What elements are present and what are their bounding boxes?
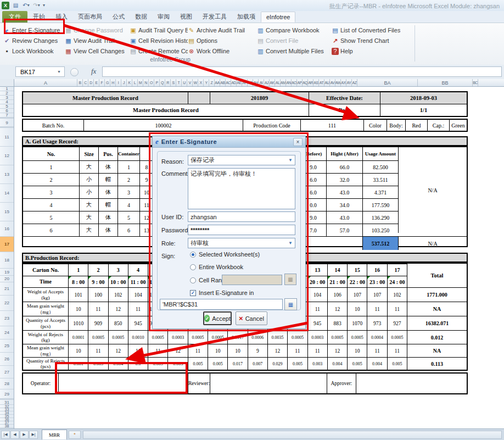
cancel-button[interactable]: × Cancel bbox=[236, 311, 267, 325]
cell-ref-input[interactable]: 'MBR'!$C$31 bbox=[160, 299, 283, 310]
column-header[interactable]: BC bbox=[473, 79, 478, 86]
column-header[interactable]: M bbox=[138, 79, 143, 86]
column-header[interactable]: K bbox=[127, 79, 132, 86]
column-header[interactable]: T bbox=[176, 79, 182, 86]
row-header[interactable]: 18 bbox=[0, 252, 14, 269]
column-header[interactable]: AQ bbox=[303, 79, 308, 86]
column-header[interactable]: AG bbox=[248, 79, 253, 86]
name-box-dropdown-icon[interactable]: ▼ bbox=[57, 70, 61, 74]
change-password-button[interactable]: ▦ Change Password bbox=[65, 25, 130, 35]
help-button[interactable]: ? Help bbox=[332, 46, 400, 56]
row-header[interactable]: 38 bbox=[0, 425, 14, 428]
column-header[interactable]: AY bbox=[346, 79, 352, 86]
tab-view[interactable]: 视图 bbox=[175, 11, 197, 23]
column-header[interactable]: AK bbox=[270, 79, 275, 86]
column-header[interactable]: AA bbox=[215, 79, 220, 86]
range-picker-button[interactable]: ▦ bbox=[284, 298, 297, 310]
column-header[interactable]: O bbox=[149, 79, 154, 86]
column-header[interactable]: AD bbox=[231, 79, 237, 86]
row-header[interactable]: 17 bbox=[0, 237, 14, 252]
row-header[interactable]: 21 bbox=[0, 282, 14, 296]
compare-workbook-button[interactable]: ▥ Compare Workbook bbox=[257, 25, 332, 35]
dialog-title-bar[interactable]: e Enter E-Signature × bbox=[153, 136, 305, 148]
row-header[interactable]: 14 bbox=[0, 184, 14, 203]
column-header[interactable]: AB bbox=[220, 79, 226, 86]
column-header[interactable]: AT bbox=[319, 79, 324, 86]
radio-selected-worksheets[interactable]: Selected Worksheet(s) bbox=[190, 251, 260, 258]
column-header[interactable]: X bbox=[198, 79, 204, 86]
column-header[interactable]: H bbox=[110, 79, 116, 86]
row-header[interactable]: 25 bbox=[0, 339, 14, 353]
tab-home[interactable]: 开始 bbox=[28, 11, 50, 23]
show-trend-chart-button[interactable]: ↗ Show Trend Chart bbox=[332, 36, 400, 46]
column-header[interactable]: AU bbox=[324, 79, 330, 86]
tab-scroll-prev-button[interactable]: ◀ bbox=[10, 431, 19, 439]
operator-signature-cell[interactable] bbox=[58, 374, 188, 393]
cell-revision-history-button[interactable]: ▣ Cell Revision History bbox=[130, 36, 188, 46]
row-header[interactable]: 24 bbox=[0, 326, 14, 339]
column-header[interactable]: D bbox=[88, 79, 94, 86]
column-header[interactable]: R bbox=[165, 79, 171, 86]
column-header[interactable]: C bbox=[83, 79, 88, 86]
column-header[interactable]: AR bbox=[308, 79, 313, 86]
chevron-down-icon[interactable]: ▼ bbox=[288, 241, 293, 246]
tab-scroll-last-button[interactable]: ▶| bbox=[29, 431, 38, 439]
row-header[interactable]: 23 bbox=[0, 311, 14, 326]
row-header[interactable]: 12 bbox=[0, 147, 14, 165]
row-header[interactable]: 28 bbox=[0, 378, 14, 389]
column-header[interactable]: BA bbox=[357, 79, 418, 86]
formula-input[interactable] bbox=[102, 66, 502, 77]
column-header[interactable]: AF bbox=[242, 79, 248, 86]
tab-addins[interactable]: 加载项 bbox=[232, 11, 260, 23]
column-header[interactable]: V bbox=[187, 79, 193, 86]
tab-review[interactable]: 审阅 bbox=[153, 11, 175, 23]
save-icon[interactable]: ▤ bbox=[12, 1, 20, 9]
enter-esignature-button[interactable]: e Enter E-Signature bbox=[3, 25, 65, 35]
convert-multiple-files-button[interactable]: ▥ Convert Multiple Files bbox=[257, 46, 332, 56]
row-header[interactable]: 22 bbox=[0, 296, 14, 311]
column-header[interactable]: AM bbox=[281, 79, 286, 86]
create-remote-copy-button[interactable]: ▤ Create Remote Copy bbox=[130, 46, 188, 56]
list-of-converted-files-button[interactable]: ▤ List of Converted Files bbox=[332, 25, 400, 35]
column-header[interactable]: L bbox=[132, 79, 138, 86]
column-header[interactable]: AH bbox=[253, 79, 259, 86]
row-header[interactable]: 7 bbox=[0, 113, 14, 118]
comments-textarea[interactable]: 记录填写完毕，待审核！ bbox=[188, 168, 295, 209]
tab-einfotree[interactable]: eInfotree bbox=[261, 12, 295, 23]
password-input[interactable]: ******** bbox=[188, 225, 295, 235]
accept-button[interactable]: ✓ Accept bbox=[203, 311, 232, 325]
approver-signature-cell[interactable] bbox=[356, 374, 467, 393]
add-sheet-button[interactable]: * bbox=[69, 431, 81, 439]
tab-scroll-first-button[interactable]: |◀ bbox=[1, 431, 10, 439]
column-header[interactable]: B bbox=[77, 79, 83, 86]
archive-audit-trail-button[interactable]: ✎ Archive Audit Trail bbox=[188, 25, 257, 35]
row-header[interactable]: 11 bbox=[0, 128, 14, 147]
tab-formulas[interactable]: 公式 bbox=[108, 11, 130, 23]
tab-data[interactable]: 数据 bbox=[130, 11, 152, 23]
column-header[interactable]: AI bbox=[259, 79, 264, 86]
work-offline-button[interactable]: ⊗ Work Offline bbox=[188, 46, 257, 56]
undo-icon[interactable]: ↶▾ bbox=[22, 1, 30, 9]
role-select[interactable]: 待审核 ▼ bbox=[188, 238, 295, 248]
column-header[interactable]: Q bbox=[160, 79, 165, 86]
row-header[interactable]: 9 bbox=[0, 119, 14, 127]
reason-select[interactable]: 保存记录 ▼ bbox=[188, 155, 295, 165]
convert-file-button[interactable]: ▤ Convert File bbox=[257, 36, 332, 46]
column-header[interactable]: AN bbox=[286, 79, 292, 86]
column-header[interactable]: BB bbox=[418, 79, 473, 86]
view-cell-changes-button[interactable]: ▦ View Cell Changes bbox=[65, 46, 130, 56]
column-header[interactable]: I bbox=[116, 79, 121, 86]
column-header[interactable]: AP bbox=[297, 79, 303, 86]
row-header[interactable]: 29 bbox=[0, 389, 14, 399]
audit-trail-query-builder-button[interactable]: ▣ Audit Trail Query Builder bbox=[130, 25, 188, 35]
row-header[interactable]: 20 bbox=[0, 276, 14, 282]
userid-input[interactable]: zhangsan bbox=[188, 211, 295, 222]
options-button[interactable]: ▤ Options bbox=[188, 36, 257, 46]
radio-entire-workbook[interactable]: Entire Workbook bbox=[190, 264, 243, 270]
row-header[interactable]: 27 bbox=[0, 366, 14, 378]
column-header[interactable]: W bbox=[193, 79, 198, 86]
column-header[interactable]: AV bbox=[330, 79, 335, 86]
column-header[interactable]: S bbox=[171, 79, 176, 86]
row-header[interactable]: 16 bbox=[0, 221, 14, 237]
tab-file[interactable]: 文件 bbox=[2, 11, 27, 23]
